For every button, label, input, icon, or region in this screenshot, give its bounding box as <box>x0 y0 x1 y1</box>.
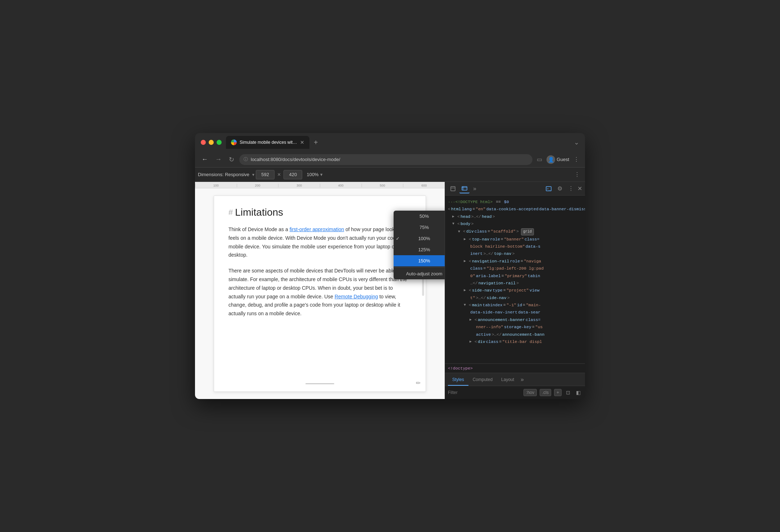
browser-window: Simulate mobile devices with D ✕ + ⌄ ← →… <box>195 133 585 399</box>
devtools-tabs: Styles Computed Layout » <box>445 373 585 386</box>
computed-style-icon[interactable]: ⊡ <box>564 389 572 396</box>
tree-line-top-nav-end: inert>…</top-nav> <box>446 250 584 257</box>
tab-menu-button[interactable]: ⌄ <box>574 138 579 146</box>
tree-line-doctype[interactable]: ···<!DOCTYPE html> == $0 <box>446 198 584 206</box>
remote-debugging-link[interactable]: Remote Debugging <box>335 294 378 299</box>
tab-close-button[interactable]: ✕ <box>300 139 304 145</box>
nav-actions: ▭ 👤 Guest ⋮ <box>535 155 581 164</box>
zoom-option-100[interactable]: ✓ 100% <box>394 233 445 244</box>
tree-line-body[interactable]: ▼ <body> <box>446 220 584 228</box>
height-input[interactable] <box>284 170 302 179</box>
forward-button[interactable]: → <box>213 154 224 165</box>
refresh-button[interactable]: ↻ <box>227 154 236 165</box>
elements-icon[interactable] <box>459 184 470 193</box>
devtools-bottom-panel: <!doctype> Styles Computed Layout » :hov… <box>445 363 585 399</box>
more-panels-button[interactable]: » <box>471 184 479 193</box>
tree-line-nav-rail-2: class="lg:pad-left-200 lg:pad <box>446 265 584 272</box>
layout-tab[interactable]: Layout <box>497 374 518 386</box>
profile-button[interactable]: 👤 Guest <box>547 155 569 164</box>
tree-line-nav-rail-3: 0" aria-label="primary" tabin <box>446 272 584 280</box>
tree-line-main-2: data-side-nav-inert data-sear <box>446 309 584 316</box>
devtools-more-button[interactable]: ⋮ <box>566 184 576 193</box>
dimensions-dropdown-arrow[interactable]: ▾ <box>252 172 254 177</box>
grid-badge: grid <box>521 228 534 235</box>
dimension-separator: × <box>277 171 281 178</box>
zoom-option-125[interactable]: 125% <box>394 244 445 255</box>
zoom-dropdown-arrow: ▾ <box>320 172 323 177</box>
console-icon[interactable]: >_ <box>544 184 554 193</box>
settings-icon[interactable]: ⚙ <box>555 184 564 193</box>
tree-line-top-nav[interactable]: ▶ <top-nav role="banner" class= <box>446 236 584 243</box>
dimensions-label: Dimensions: Responsive <box>198 172 249 177</box>
edit-icon: ✏ <box>416 380 421 386</box>
chrome-menu-button[interactable]: ⋮ <box>572 155 581 164</box>
profile-label: Guest <box>557 157 569 162</box>
html-tree: ···<!DOCTYPE html> == $0 <html lang="en"… <box>445 196 585 363</box>
tree-line-side-nav-2: t">…</side-nav> <box>446 294 584 302</box>
minimize-traffic-light[interactable] <box>209 140 214 145</box>
more-tabs-button[interactable]: » <box>518 373 526 386</box>
heading-hash: # <box>228 208 233 217</box>
zoom-option-150[interactable]: 150% <box>394 255 445 266</box>
svg-rect-2 <box>462 187 467 190</box>
tree-line-head[interactable]: ▶ <head>…</head> <box>446 213 584 220</box>
doctype-bar[interactable]: <!doctype> <box>445 364 585 373</box>
toggle-sidebar-icon[interactable]: ◧ <box>575 389 582 396</box>
new-tab-button[interactable]: + <box>312 137 319 148</box>
cls-button[interactable]: .cls <box>540 389 551 396</box>
tabs-bar: Simulate mobile devices with D ✕ + ⌄ <box>226 136 579 149</box>
devtools-panel: » >_ ⚙ ⋮ ✕ ···<!DOCTYPE html> == $0 <box>445 182 585 399</box>
zoom-value-label: 100% <box>307 172 318 177</box>
nav-bar: ← → ↻ ⓘ localhost:8080/docs/devtools/dev… <box>195 152 585 168</box>
tree-line-html[interactable]: <html lang="en" data-cookies-accepted da… <box>446 206 584 213</box>
tree-line-announce[interactable]: ▶ <announcement-banner class= <box>446 316 584 324</box>
device-mode-toolbar: Dimensions: Responsive ▾ × 100% ▾ ⋮ <box>195 168 585 182</box>
zoom-option-75[interactable]: 75% <box>394 222 445 233</box>
close-traffic-light[interactable] <box>201 140 206 145</box>
tab-title: Simulate mobile devices with D <box>240 140 297 145</box>
width-input[interactable] <box>256 170 275 179</box>
tab-favicon <box>231 139 237 145</box>
more-options-button[interactable]: ⋮ <box>572 170 582 179</box>
zoom-button[interactable]: 100% ▾ <box>304 170 325 179</box>
devtools-close-button[interactable]: ✕ <box>577 185 582 192</box>
title-bar: Simulate mobile devices with D ✕ + ⌄ <box>195 133 585 152</box>
filter-input[interactable] <box>448 390 521 395</box>
tree-line-side-nav[interactable]: ▶ <side-nav type="project" view <box>446 287 584 294</box>
zoom-auto-adjust[interactable]: Auto-adjust zoom <box>394 268 445 279</box>
tree-line-title-bar[interactable]: ▶ <div class="title-bar displ <box>446 338 584 345</box>
page-para-2: There are some aspects of mobile devices… <box>228 267 411 318</box>
zoom-option-50[interactable]: 50% <box>394 211 445 222</box>
tree-line-scaffold[interactable]: ▼ <div class="scaffold"> grid <box>446 228 584 236</box>
address-bar[interactable]: ⓘ localhost:8080/docs/devtools/device-mo… <box>239 154 532 165</box>
tree-line-nav-rail-4: …</navigation-rail> <box>446 280 584 287</box>
inspector-icon[interactable] <box>448 184 458 193</box>
security-icon: ⓘ <box>244 156 248 162</box>
cast-icon[interactable]: ▭ <box>535 155 544 164</box>
filter-bar: :hov .cls + ⊡ ◧ <box>445 386 585 399</box>
back-button[interactable]: ← <box>199 154 210 165</box>
browser-viewport: 100 200 300 400 500 600 # Limitations Th… <box>195 182 445 399</box>
maximize-traffic-light[interactable] <box>217 140 222 145</box>
svg-rect-0 <box>451 187 455 191</box>
active-tab[interactable]: Simulate mobile devices with D ✕ <box>226 136 309 149</box>
traffic-lights <box>201 140 222 145</box>
profile-avatar: 👤 <box>547 155 555 164</box>
styles-tab[interactable]: Styles <box>448 374 468 386</box>
computed-tab[interactable]: Computed <box>468 374 497 386</box>
tree-line-top-nav-cont: block hairline-bottom" data-s <box>446 243 584 250</box>
page-bottom-bar <box>305 383 334 384</box>
tree-line-main[interactable]: ▼ <main tabindex="-1" id="main- <box>446 302 584 309</box>
tree-line-nav-rail[interactable]: ▶ <navigation-rail role="naviga <box>446 258 584 265</box>
hov-button[interactable]: :hov <box>523 389 537 396</box>
zoom-checkmark: ✓ <box>396 236 400 241</box>
address-text: localhost:8080/docs/devtools/device-mode… <box>251 157 340 162</box>
main-area: 100 200 300 400 500 600 # Limitations Th… <box>195 182 585 399</box>
page-para-1: Think of Device Mode as a first-order ap… <box>228 225 411 260</box>
horizontal-ruler: 100 200 300 400 500 600 <box>195 182 445 188</box>
svg-text:>_: >_ <box>547 187 550 191</box>
first-order-link[interactable]: first-order approximation <box>290 226 344 232</box>
tree-line-announce-3: active>…</announcement-bann <box>446 331 584 338</box>
tree-line-announce-2: nner--info" storage-key="us <box>446 324 584 331</box>
add-style-button[interactable]: + <box>554 389 562 396</box>
